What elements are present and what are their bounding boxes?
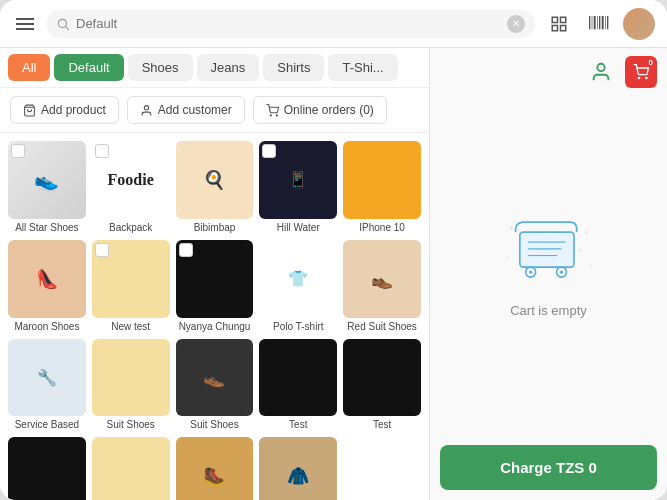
product-name: Polo T-shirt — [273, 321, 323, 333]
svg-rect-28 — [519, 232, 573, 267]
avatar[interactable] — [623, 8, 655, 40]
product-name: Backpack — [109, 222, 152, 234]
svg-point-22 — [584, 231, 587, 234]
top-actions — [543, 8, 655, 40]
tab-jeans[interactable]: Jeans — [197, 54, 260, 81]
product-name: New test — [111, 321, 150, 333]
product-name: Bibimbap — [194, 222, 236, 234]
tab-tshirts[interactable]: T-Shi... — [328, 54, 397, 81]
cart-empty-text: Cart is empty — [510, 303, 587, 318]
svg-rect-12 — [605, 16, 606, 29]
product-item[interactable]: 👞Suit Shoes — [176, 339, 254, 432]
product-item[interactable]: New test — [92, 240, 170, 333]
svg-rect-9 — [597, 16, 598, 29]
svg-text:+: + — [578, 247, 582, 254]
product-grid: 👟All Star ShoesFoodieBackpack🍳Bibimbap📱H… — [0, 133, 429, 500]
search-input[interactable] — [76, 16, 501, 31]
add-product-icon — [23, 104, 36, 117]
product-item[interactable]: Nyanya Chungu — [176, 240, 254, 333]
svg-point-34 — [529, 271, 532, 274]
svg-rect-10 — [599, 16, 600, 29]
add-product-button[interactable]: Add product — [10, 96, 119, 124]
svg-point-35 — [559, 271, 562, 274]
product-item[interactable]: 👟All Star Shoes — [8, 141, 86, 234]
left-panel: All Default Shoes Jeans Shirts T-Shi... … — [0, 48, 430, 500]
product-item[interactable]: 🥾Timberland Boo... — [176, 437, 254, 500]
product-checkbox[interactable] — [95, 243, 109, 257]
person-icon[interactable] — [585, 56, 617, 88]
product-name: Hill Water — [277, 222, 320, 234]
svg-point-18 — [597, 64, 604, 71]
product-item[interactable]: IPhone 10 — [343, 141, 421, 234]
main-layout: All Default Shoes Jeans Shirts T-Shi... … — [0, 48, 667, 500]
svg-point-24 — [589, 264, 592, 267]
product-name: Nyanya Chungu — [179, 321, 251, 333]
action-bar: Add product Add customer Online orders (… — [0, 88, 429, 133]
top-bar: ✕ — [0, 0, 667, 48]
product-item[interactable]: FoodieBackpack — [92, 141, 170, 234]
product-item[interactable]: 🔧Service Based — [8, 339, 86, 432]
cart-badge-button[interactable]: 0 — [625, 56, 657, 88]
product-item[interactable]: 📱Hill Water — [259, 141, 337, 234]
tab-shirts[interactable]: Shirts — [263, 54, 324, 81]
svg-point-19 — [638, 77, 639, 78]
search-icon — [56, 17, 70, 31]
product-checkbox[interactable] — [95, 144, 109, 158]
product-item[interactable]: Suit Shoes — [92, 339, 170, 432]
search-box: ✕ — [46, 10, 535, 38]
product-item[interactable]: 👕Polo T-shirt — [259, 240, 337, 333]
product-checkbox[interactable] — [11, 144, 25, 158]
product-name: Red Suit Shoes — [347, 321, 417, 333]
barcode-icon[interactable] — [583, 8, 615, 40]
svg-rect-8 — [594, 16, 596, 29]
cart-icon — [633, 64, 649, 80]
right-top-actions: 0 — [430, 48, 667, 96]
product-checkbox[interactable] — [179, 243, 193, 257]
tab-shoes[interactable]: Shoes — [128, 54, 193, 81]
product-name: Suit Shoes — [107, 419, 155, 431]
svg-rect-5 — [561, 25, 566, 30]
svg-rect-7 — [592, 16, 593, 29]
product-item[interactable]: Test — [343, 339, 421, 432]
svg-rect-6 — [589, 16, 590, 29]
product-name: Service Based — [15, 419, 79, 431]
product-item[interactable]: Test — [259, 339, 337, 432]
svg-line-1 — [66, 26, 69, 29]
hamburger-icon[interactable] — [12, 14, 38, 34]
tab-default[interactable]: Default — [54, 54, 123, 81]
tablet-frame: ✕ — [0, 0, 667, 500]
grid-view-icon[interactable] — [543, 8, 575, 40]
svg-rect-2 — [552, 17, 557, 22]
product-item[interactable]: 👠Maroon Shoes — [8, 240, 86, 333]
clear-icon[interactable]: ✕ — [507, 15, 525, 33]
cart-count: 0 — [649, 58, 653, 67]
charge-button[interactable]: Charge TZS 0 — [440, 445, 657, 490]
add-customer-button[interactable]: Add customer — [127, 96, 245, 124]
svg-point-16 — [270, 114, 271, 115]
svg-point-20 — [646, 77, 647, 78]
product-name: Suit Shoes — [190, 419, 238, 431]
product-item[interactable]: Test test — [92, 437, 170, 500]
add-customer-icon — [140, 104, 153, 117]
product-item[interactable]: 🍳Bibimbap — [176, 141, 254, 234]
product-name: Maroon Shoes — [14, 321, 79, 333]
cart-empty-area: + + + Cart is empty — [430, 96, 667, 435]
svg-point-21 — [509, 226, 512, 229]
cart-illustration: + + + — [499, 213, 599, 293]
tab-all[interactable]: All — [8, 54, 50, 81]
product-name: All Star Shoes — [15, 222, 78, 234]
svg-point-23 — [506, 256, 509, 258]
online-orders-icon — [266, 104, 279, 117]
svg-rect-13 — [607, 16, 608, 29]
svg-rect-4 — [552, 25, 557, 30]
svg-rect-3 — [561, 17, 566, 22]
product-name: IPhone 10 — [359, 222, 405, 234]
product-name: Test — [289, 419, 307, 431]
svg-point-17 — [276, 114, 277, 115]
product-checkbox[interactable] — [262, 144, 276, 158]
online-orders-button[interactable]: Online orders (0) — [253, 96, 387, 124]
product-name: Test — [373, 419, 391, 431]
product-item[interactable]: 👞Red Suit Shoes — [343, 240, 421, 333]
product-item[interactable]: Test — [8, 437, 86, 500]
product-item[interactable]: 🧥Woman Coat — [259, 437, 337, 500]
